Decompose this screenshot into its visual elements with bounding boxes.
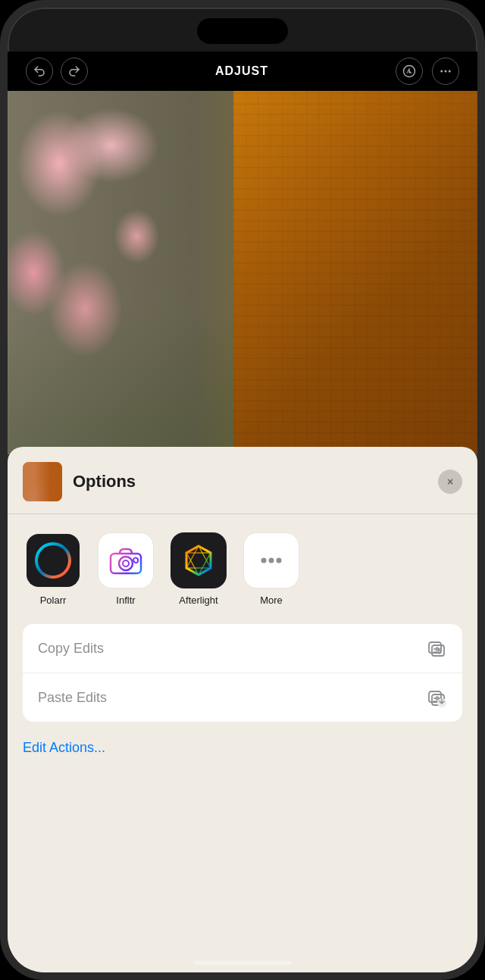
copy-edits-icon	[426, 638, 447, 659]
sheet-title: Options	[73, 472, 136, 492]
silent-switch[interactable]	[0, 130, 3, 158]
sheet-header: Options ×	[8, 447, 477, 514]
afterlight-icon	[171, 532, 227, 588]
redo-button[interactable]	[61, 58, 88, 85]
thumbnail-inner	[23, 462, 62, 501]
more-button[interactable]	[432, 58, 459, 85]
app-item-more[interactable]: More	[241, 532, 302, 606]
edit-actions-text: Edit Actions...	[23, 740, 105, 755]
photo-background	[8, 91, 477, 454]
flowers-layer	[8, 91, 266, 454]
paste-edits-label: Paste Edits	[38, 690, 107, 706]
photo-thumbnail	[23, 462, 62, 501]
svg-point-17	[277, 558, 282, 563]
svg-point-7	[123, 560, 129, 566]
actions-area: Copy Edits Paste Edits	[23, 624, 462, 722]
svg-point-16	[269, 558, 274, 563]
infltr-icon	[98, 532, 154, 588]
paste-edits-icon	[426, 687, 447, 708]
apps-row: Polarr	[8, 514, 477, 618]
top-toolbar: ADJUST A	[8, 51, 477, 91]
undo-button[interactable]	[26, 58, 53, 85]
copy-edits-label: Copy Edits	[38, 641, 104, 657]
dynamic-island	[197, 18, 288, 44]
marker-button[interactable]: A	[396, 58, 423, 85]
app-item-polarr[interactable]: Polarr	[23, 532, 83, 606]
paste-edits-button[interactable]: Paste Edits	[23, 673, 462, 722]
infltr-label: Infltr	[116, 595, 135, 606]
svg-point-15	[261, 558, 267, 563]
svg-point-3	[444, 70, 446, 73]
afterlight-label: Afterlight	[179, 595, 217, 606]
hive-texture	[233, 91, 477, 454]
more-label: More	[260, 595, 283, 606]
volume-down-button[interactable]	[0, 224, 3, 264]
app-item-infltr[interactable]: Infltr	[95, 532, 156, 606]
hive-layer	[233, 91, 477, 454]
volume-up-button[interactable]	[0, 174, 3, 214]
edit-actions-link[interactable]: Edit Actions...	[8, 722, 477, 765]
polarr-label: Polarr	[40, 595, 67, 606]
home-indicator	[193, 961, 292, 965]
svg-rect-18	[429, 642, 441, 653]
page-title: ADJUST	[215, 64, 268, 78]
power-button[interactable]	[482, 195, 485, 256]
app-item-afterlight[interactable]: Afterlight	[168, 532, 229, 606]
more-apps-icon	[243, 532, 299, 588]
svg-point-2	[440, 70, 443, 73]
svg-point-6	[119, 557, 133, 570]
svg-point-4	[449, 70, 451, 73]
polarr-icon	[25, 532, 81, 588]
polarr-inner	[42, 549, 64, 572]
polarr-ring	[35, 542, 71, 579]
copy-edits-button[interactable]: Copy Edits	[23, 624, 462, 673]
sheet-header-left: Options	[23, 462, 136, 501]
photo-area	[8, 91, 477, 454]
close-button[interactable]: ×	[438, 470, 462, 494]
bottom-sheet: Options × Polarr	[8, 447, 477, 972]
svg-text:A: A	[406, 68, 410, 75]
phone-frame: ADJUST A	[0, 0, 485, 980]
